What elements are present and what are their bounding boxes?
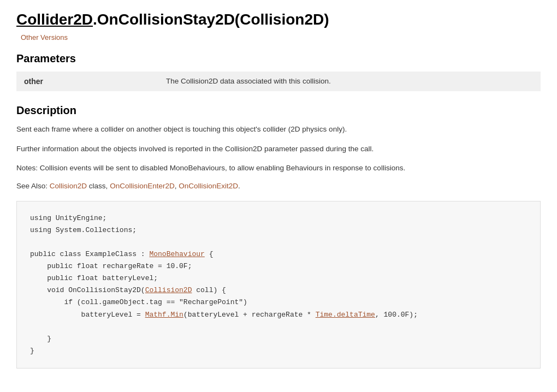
parameters-table: other The Collision2D data associated wi… <box>16 72 541 91</box>
mathf-min-link[interactable]: Mathf.Min <box>145 311 183 319</box>
code-block: using UnityEngine; using System.Collecti… <box>16 201 541 369</box>
see-also-exit-link[interactable]: OnCollisionExit2D <box>179 182 238 190</box>
description-para-2: Further information about the objects in… <box>16 143 541 155</box>
class-name-link[interactable]: Collider2D <box>16 11 93 28</box>
code-line-2: using System.Collections; <box>30 226 137 234</box>
code-line-10: } <box>30 347 34 355</box>
code-line-6: void OnCollisionStay2D(Collision2D coll)… <box>30 286 226 294</box>
description-para-3: Notes: Collision events will be sent to … <box>16 162 541 174</box>
code-line-3: public class ExampleClass : MonoBehaviou… <box>30 250 213 258</box>
description-heading: Description <box>16 104 541 117</box>
description-para-1: Sent each frame where a collider on anot… <box>16 123 541 135</box>
see-also-collision2d-link[interactable]: Collision2D <box>50 182 87 190</box>
code-line-7: if (coll.gameObject.tag == "RechargePoin… <box>30 298 247 306</box>
other-versions-link[interactable]: Other Versions <box>21 33 68 41</box>
table-row: other The Collision2D data associated wi… <box>16 72 541 91</box>
see-also: See Also: Collision2D class, OnCollision… <box>16 182 541 190</box>
see-also-sep-2: , <box>175 182 177 190</box>
time-deltatime-link[interactable]: Time.deltaTime <box>316 311 375 319</box>
see-also-sep-1: class, <box>87 182 108 190</box>
code-line-9: } <box>30 335 51 343</box>
code-line-4: public float rechargeRate = 10.0F; <box>30 262 192 270</box>
collision2d-link[interactable]: Collision2D <box>145 286 192 294</box>
see-also-prefix: See Also: <box>16 182 48 190</box>
see-also-enter-link[interactable]: OnCollisionEnter2D <box>110 182 175 190</box>
method-name: .OnCollisionStay2D(Collision2D) <box>93 11 329 28</box>
param-name: other <box>16 72 158 91</box>
code-line-8: batteryLevel = Mathf.Min(batteryLevel + … <box>30 311 418 319</box>
param-description: The Collision2D data associated with thi… <box>158 72 541 91</box>
code-line-1: using UnityEngine; <box>30 214 106 222</box>
monobehaviour-link[interactable]: MonoBehaviour <box>149 250 204 258</box>
page-title: Collider2D.OnCollisionStay2D(Collision2D… <box>16 11 541 28</box>
code-line-5: public float batteryLevel; <box>30 274 158 282</box>
see-also-sep-3: . <box>238 182 240 190</box>
parameters-heading: Parameters <box>16 52 541 65</box>
